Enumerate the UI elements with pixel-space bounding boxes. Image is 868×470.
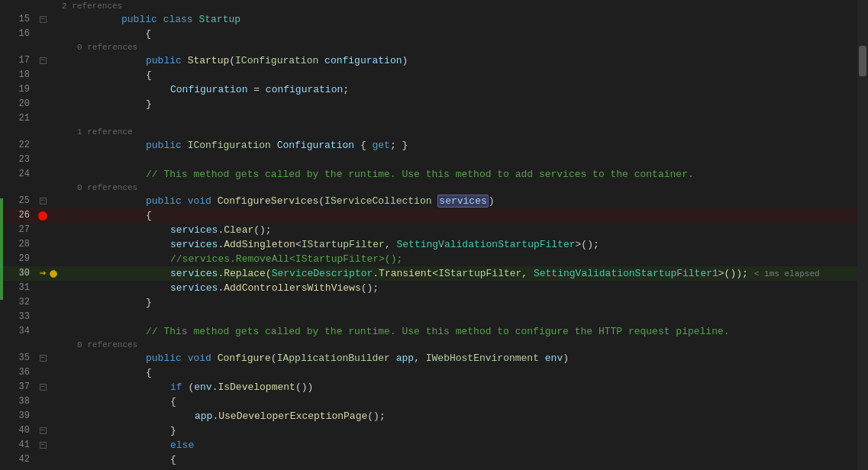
line-num-16: 16 [3,27,37,41]
line-num-35: 35 [3,351,37,365]
line-num-42: 42 [3,452,37,467]
scrollbar[interactable] [857,0,868,470]
execution-arrow: ⇒ [40,266,46,281]
collapse-btn-15[interactable]: − [40,16,47,23]
line-num-19: 19 [3,82,37,97]
line-num-18: 18 [3,68,37,82]
line-num-22: 22 [3,138,37,153]
collapse-btn-35[interactable]: − [40,355,47,362]
line-num-21: 21 [3,111,37,126]
line-num-23: 23 [3,153,37,167]
line-num-27: 27 [3,223,37,237]
code-line-20: 20 } [3,97,857,111]
collapse-btn-17[interactable]: − [40,57,47,64]
collapse-btn-37[interactable]: − [40,384,47,391]
line-num-37: 37 [3,380,37,394]
line-num-28: 28 [3,237,37,252]
code-line-32: 32 } [3,295,857,310]
line-num-30: 30 [3,266,37,281]
line-num-32: 32 [3,295,37,310]
line-num-25: 25 [3,194,37,208]
scrollbar-thumb[interactable] [859,46,866,76]
line-num-34: 34 [3,324,37,339]
code-line-42: 42 { [3,452,857,467]
code-line-22: 22 public IConfiguration Configuration {… [3,138,857,153]
line-num-29: 29 [3,252,37,266]
collapse-btn-25[interactable]: − [40,198,47,204]
line-num-41: 41 [3,438,37,452]
breakpoint-26[interactable] [38,211,47,221]
line-num-26: 26 [3,208,37,223]
line-num-38: 38 [3,394,37,409]
line-num-39: 39 [3,409,37,423]
line-num-24: 24 [3,167,37,182]
line-num-40: 40 [3,423,37,438]
code-editor: 2 references 15 − public class Startup 1… [0,0,868,470]
line-num-20: 20 [3,97,37,111]
line-num-33: 33 [3,310,37,324]
line-num-36: 36 [3,365,37,380]
code-text-42: { [59,438,176,470]
line-num-17: 17 [3,53,37,68]
collapse-btn-40[interactable]: − [40,427,47,434]
elapsed-label: < 1ms elapsed [754,269,820,278]
collapse-btn-41[interactable]: − [40,442,47,449]
line-num-31: 31 [3,281,37,295]
line-num-15: 15 [3,12,37,27]
warning-dot-30 [50,270,57,278]
